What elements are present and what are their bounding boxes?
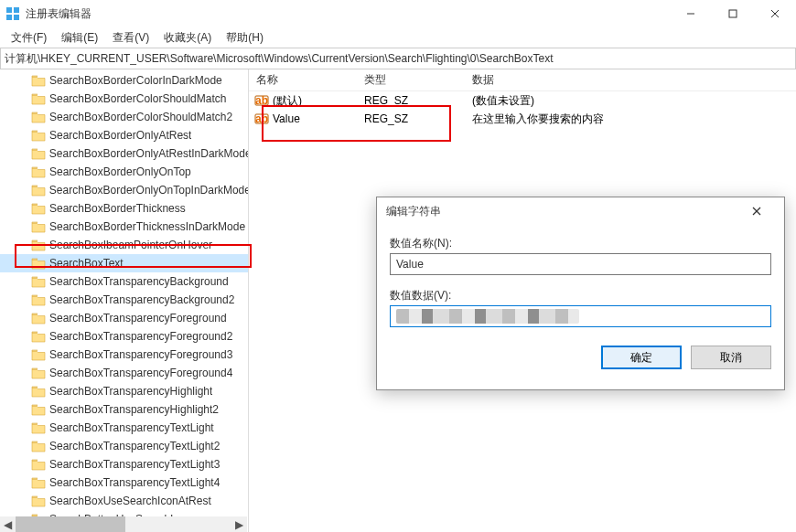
- tree-item[interactable]: ▸SearchBoxTransparencyHighlight2: [0, 400, 248, 419]
- value-data-label: 数值数据(V):: [390, 288, 771, 303]
- tree-item[interactable]: ▸SearchBoxBorderOnlyOnTopInDarkMode: [0, 181, 248, 199]
- folder-icon: [31, 495, 46, 507]
- tree-item[interactable]: ▸SearchBoxTransparencyForeground2: [0, 327, 248, 346]
- tree-item-label: SearchBoxBorderOnlyOnTopInDarkMode: [49, 184, 248, 197]
- tree-item-label: SearchBoxBorderOnlyOnTop: [49, 165, 191, 178]
- col-type[interactable]: 类型: [357, 72, 465, 88]
- tree-item[interactable]: ▸SearchBoxBorderThicknessInDarkMode: [0, 218, 248, 236]
- menu-help[interactable]: 帮助(H): [219, 28, 271, 48]
- edit-string-dialog: 编辑字符串 数值名称(N): 数值数据(V): 确定 取消: [376, 197, 785, 390]
- tree-item[interactable]: ▸SearchBoxTransparencyTextLight2: [0, 437, 248, 455]
- tree-item-label: SearchBoxTransparencyBackground2: [49, 293, 234, 306]
- close-button[interactable]: [754, 0, 796, 27]
- tree-item[interactable]: ▸SearchBoxBorderColorShouldMatch: [0, 90, 248, 108]
- dialog-title: 编辑字符串: [386, 204, 441, 219]
- maximize-button[interactable]: [712, 0, 754, 27]
- string-value-icon: ab: [254, 94, 269, 107]
- menu-edit[interactable]: 编辑(E): [54, 28, 105, 48]
- folder-icon: [31, 165, 46, 178]
- column-headers: 名称 类型 数据: [249, 69, 796, 91]
- value-data-input[interactable]: [390, 305, 771, 327]
- tree-item[interactable]: ▸SearchBoxBorderOnlyAtRestInDarkMode: [0, 144, 248, 163]
- tree-item[interactable]: ▸SearchBoxUseSearchIconAtRest: [0, 492, 248, 510]
- menu-file[interactable]: 文件(F): [4, 28, 54, 48]
- folder-icon: [31, 92, 46, 105]
- tree-item[interactable]: ▸SearchBoxTransparencyHighlight: [0, 382, 248, 400]
- tree-item[interactable]: ▸SearchBoxTransparencyTextLight4: [0, 473, 248, 492]
- menu-favorites[interactable]: 收藏夹(A): [156, 28, 219, 48]
- value-name-input[interactable]: [390, 253, 771, 275]
- folder-icon: [31, 184, 46, 197]
- value-name-label: 数值名称(N):: [390, 236, 771, 251]
- svg-rect-3: [14, 15, 19, 20]
- col-data[interactable]: 数据: [465, 72, 796, 88]
- folder-icon: [31, 147, 46, 160]
- value-row[interactable]: ab(默认)REG_SZ(数值未设置): [249, 91, 796, 110]
- folder-icon: [31, 367, 46, 379]
- folder-icon: [31, 348, 46, 361]
- folder-icon: [31, 293, 46, 306]
- tree-item-label: SearchBoxIbeamPointerOnHover: [49, 239, 212, 251]
- tree-item-label: SearchBoxTransparencyForeground2: [49, 330, 232, 343]
- dialog-close-button[interactable]: [738, 197, 775, 225]
- tree-item-label: SearchBoxTransparencyTextLight4: [49, 476, 220, 489]
- svg-rect-1: [14, 7, 19, 13]
- tree-item[interactable]: ▸SearchBoxTransparencyBackground: [0, 272, 248, 291]
- tree-pane[interactable]: ▸SearchBoxBorderColorInDarkMode▸SearchBo…: [0, 69, 249, 532]
- tree-item-label: SearchBoxBorderColorInDarkMode: [49, 74, 222, 87]
- tree-item-label: SearchBoxTransparencyTextLight3: [49, 458, 220, 471]
- folder-icon: [31, 421, 46, 434]
- regedit-icon: [5, 6, 20, 21]
- menu-view[interactable]: 查看(V): [105, 28, 156, 48]
- tree-item[interactable]: ▸SearchBoxBorderThickness: [0, 199, 248, 218]
- tree-item-label: SearchBoxTransparencyTextLight: [49, 421, 214, 434]
- tree-item[interactable]: ▸SearchBoxTransparencyTextLight: [0, 419, 248, 437]
- tree-item[interactable]: ▸SearchBoxTransparencyForeground3: [0, 346, 248, 364]
- title-bar: 注册表编辑器: [0, 0, 796, 27]
- folder-icon: [31, 385, 46, 398]
- value-data: (数值未设置): [465, 93, 796, 109]
- minimize-button[interactable]: [670, 0, 712, 27]
- folder-icon: [31, 440, 46, 452]
- tree-item-label: SearchBoxBorderColorShouldMatch: [49, 92, 226, 105]
- folder-icon: [31, 312, 46, 325]
- tree-item[interactable]: ▸SearchBoxIbeamPointerOnHover: [0, 236, 248, 254]
- folder-icon: [31, 111, 46, 123]
- folder-icon: [31, 458, 46, 471]
- svg-text:ab: ab: [255, 94, 268, 107]
- address-bar[interactable]: 计算机\HKEY_CURRENT_USER\Software\Microsoft…: [0, 48, 796, 69]
- tree-item-label: SearchBoxBorderThickness: [49, 202, 186, 215]
- value-name: Value: [273, 112, 300, 125]
- value-data-redacted: [396, 309, 579, 324]
- tree-item-label: SearchBoxUseSearchIconAtRest: [49, 495, 211, 507]
- ok-button[interactable]: 确定: [601, 346, 682, 369]
- svg-rect-2: [6, 15, 12, 20]
- tree-horizontal-scrollbar[interactable]: ◀ ▶: [0, 516, 247, 532]
- value-row[interactable]: abValueREG_SZ在这里输入你要搜索的内容: [249, 110, 796, 128]
- scroll-right-icon[interactable]: ▶: [231, 516, 247, 532]
- col-name[interactable]: 名称: [249, 72, 357, 88]
- tree-item[interactable]: ▸SearchBoxBorderColorInDarkMode: [0, 71, 248, 90]
- svg-rect-5: [729, 10, 737, 17]
- tree-item[interactable]: ▸SearchBoxText: [0, 254, 248, 272]
- tree-item[interactable]: ▸SearchBoxTransparencyTextLight3: [0, 455, 248, 473]
- tree-item[interactable]: ▸SearchBoxBorderColorShouldMatch2: [0, 108, 248, 126]
- tree-item[interactable]: ▸SearchBoxTransparencyForeground4: [0, 364, 248, 382]
- folder-icon: [31, 220, 46, 233]
- tree-item-label: SearchBoxText: [49, 257, 124, 270]
- tree-item[interactable]: ▸SearchBoxTransparencyBackground2: [0, 291, 248, 309]
- tree-item[interactable]: ▸SearchBoxBorderOnlyOnTop: [0, 163, 248, 181]
- tree-item-label: SearchBoxBorderColorShouldMatch2: [49, 111, 232, 123]
- value-type: REG_SZ: [357, 94, 465, 107]
- tree-item-label: SearchBoxTransparencyTextLight2: [49, 440, 220, 452]
- tree-item-label: SearchBoxTransparencyHighlight: [49, 385, 212, 398]
- cancel-button[interactable]: 取消: [691, 346, 771, 369]
- menu-bar: 文件(F) 编辑(E) 查看(V) 收藏夹(A) 帮助(H): [0, 27, 796, 48]
- window-title: 注册表编辑器: [26, 6, 91, 22]
- tree-item[interactable]: ▸SearchBoxBorderOnlyAtRest: [0, 126, 248, 144]
- folder-icon: [31, 330, 46, 343]
- folder-icon: [31, 74, 46, 87]
- tree-item[interactable]: ▸SearchBoxTransparencyForeground: [0, 309, 248, 327]
- scroll-left-icon[interactable]: ◀: [0, 516, 16, 532]
- tree-item-label: SearchBoxBorderOnlyAtRest: [49, 129, 191, 142]
